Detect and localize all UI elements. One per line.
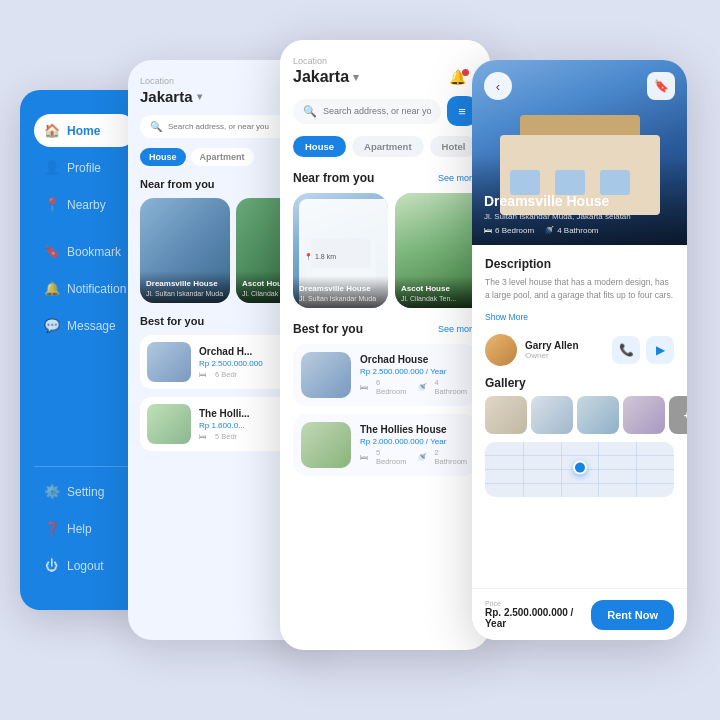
s3-near-card-2[interactable]: Ascot House Jl. Cilandak Ten... — [395, 193, 477, 308]
s3-chevron-icon: ▾ — [353, 71, 359, 84]
s4-gallery-title: Gallery — [485, 376, 674, 390]
s4-phone-button[interactable]: 📞 — [612, 336, 640, 364]
s4-house-window-1 — [510, 170, 540, 195]
logout-icon: ⏻ — [44, 558, 59, 573]
s4-gallery-grid: +5 — [485, 396, 674, 434]
s4-price-value: Rp. 2.500.000.000 / Year — [485, 607, 581, 629]
s3-near-header: Near from you See more — [293, 171, 477, 185]
s3-search-icon: 🔍 — [303, 105, 317, 118]
s3-pin-icon: 📍 — [304, 253, 313, 261]
s4-price-label: Price — [485, 600, 581, 607]
s4-house-name: Dreamsville House — [484, 193, 675, 210]
s3-near-title: Near from you — [293, 171, 374, 185]
s4-gallery-thumb-2[interactable] — [531, 396, 573, 434]
s4-footer: Price Rp. 2.500.000.000 / Year Rent Now — [472, 588, 687, 640]
s3-tab-hotel[interactable]: Hotel — [430, 136, 478, 157]
s4-back-button[interactable]: ‹ — [484, 72, 512, 100]
s3-best-item-2[interactable]: The Hollies House Rp 2.000.000.000 / Yea… — [293, 414, 477, 476]
s3-filter-tabs: House Apartment Hotel Villa — [293, 136, 477, 157]
sidebar-item-logout[interactable]: ⏻ Logout — [34, 549, 136, 582]
s3-bath-icon-1: 🚿 — [417, 383, 427, 392]
s4-map[interactable] — [485, 442, 674, 497]
sidebar-item-setting[interactable]: ⚙️ Setting — [34, 475, 136, 508]
screen-main-search: Location Jakarta ▾ 🔔 🔍 ≡ House Apartment… — [280, 40, 490, 650]
s2-bed-icon-2: 🛏 — [199, 432, 207, 441]
s4-spec-baths: 🚿 4 Bathroom — [544, 226, 598, 235]
s4-price-section: Price Rp. 2.500.000.000 / Year — [485, 600, 581, 629]
s3-best-img-1 — [301, 352, 351, 398]
app-scene: 🏠 Home 👤 Profile 📍 Nearby 🔖 Bookmark 🔔 N… — [20, 30, 700, 690]
s2-best-img-2 — [147, 404, 191, 444]
s4-owner-row: Garry Allen Owner 📞 ▶ — [485, 334, 674, 366]
s3-near-cards: 📍 1.8 km Dreamsville House Jl. Sultan Is… — [293, 193, 477, 308]
s4-hero: ‹ 🔖 Dreamsville House Jl. Sultan Iskanda… — [472, 60, 687, 245]
nearby-icon: 📍 — [44, 197, 59, 212]
setting-icon: ⚙️ — [44, 484, 59, 499]
screen-property-detail: ‹ 🔖 Dreamsville House Jl. Sultan Iskanda… — [472, 60, 687, 640]
s2-near-card-1[interactable]: Dreamsville House Jl. Sultan Iskandar Mu… — [140, 198, 230, 303]
bookmark-icon: 🔖 — [44, 244, 59, 259]
s3-near-card-2-overlay: Ascot House Jl. Cilandak Ten... — [395, 276, 477, 308]
s4-video-button[interactable]: ▶ — [646, 336, 674, 364]
sidebar-item-help[interactable]: ❓ Help — [34, 512, 136, 545]
s3-location-label: Location — [293, 56, 477, 66]
s2-tab-apartment[interactable]: Apartment — [191, 148, 254, 166]
s2-search-icon: 🔍 — [150, 121, 162, 132]
sidebar-item-notification[interactable]: 🔔 Notification — [34, 272, 136, 305]
s4-gallery-thumb-1[interactable] — [485, 396, 527, 434]
sidebar-item-nearby[interactable]: 📍 Nearby — [34, 188, 136, 221]
sidebar-item-bookmark[interactable]: 🔖 Bookmark — [34, 235, 136, 268]
s4-gallery-thumb-3[interactable] — [577, 396, 619, 434]
s4-bookmark-button[interactable]: 🔖 — [647, 72, 675, 100]
sidebar-item-profile[interactable]: 👤 Profile — [34, 151, 136, 184]
s4-desc-text: The 3 level house that has a modern desi… — [485, 276, 674, 302]
s4-house-window-2 — [555, 170, 585, 195]
s4-gallery-thumb-4[interactable] — [623, 396, 665, 434]
s4-body: Description The 3 level house that has a… — [472, 245, 687, 588]
s3-tab-apartment[interactable]: Apartment — [352, 136, 424, 157]
s2-best-info-1: Orchad H... Rp 2.500.000.000 🛏 6 Bedr — [199, 346, 263, 379]
s4-show-more[interactable]: Show More — [485, 312, 528, 322]
s3-search-input[interactable] — [323, 106, 431, 116]
s3-tab-house[interactable]: House — [293, 136, 346, 157]
s4-house-specs: 🛏 6 Bedroom 🚿 4 Bathroom — [484, 226, 675, 235]
s3-best-title: Best for you — [293, 322, 363, 336]
s4-bath-icon: 🚿 — [544, 226, 554, 235]
s4-owner-info: Garry Allen Owner — [525, 340, 579, 360]
s4-house-address: Jl. Sultan Iskandar Muda, Jakarta selata… — [484, 212, 675, 221]
s2-near-card-1-overlay: Dreamsville House Jl. Sultan Iskandar Mu… — [140, 271, 230, 303]
message-icon: 💬 — [44, 318, 59, 333]
s3-best-item-1[interactable]: Orchad House Rp 2.500.000.000 / Year 🛏 6… — [293, 344, 477, 406]
s3-search-bar[interactable]: 🔍 — [293, 99, 441, 124]
s2-best-info-2: The Holli... Rp 1.600.0... 🛏 5 Bedr — [199, 408, 250, 441]
s4-owner-actions: 📞 ▶ — [612, 336, 674, 364]
s2-tab-house[interactable]: House — [140, 148, 186, 166]
sidebar-bottom: ⚙️ Setting ❓ Help ⏻ Logout — [34, 458, 136, 586]
s3-best-header: Best for you See more — [293, 322, 477, 336]
s4-rent-button[interactable]: Rent Now — [591, 600, 674, 630]
sidebar-item-home[interactable]: 🏠 Home — [34, 114, 136, 147]
s4-hero-info: Dreamsville House Jl. Sultan Iskandar Mu… — [484, 193, 675, 235]
s4-bed-icon: 🛏 — [484, 226, 492, 235]
s4-desc-title: Description — [485, 257, 674, 271]
s4-gallery-more[interactable]: +5 — [669, 396, 687, 434]
s2-bed-icon: 🛏 — [199, 370, 207, 379]
s3-best-list: Orchad House Rp 2.500.000.000 / Year 🛏 6… — [293, 344, 477, 476]
s3-search-row: 🔍 ≡ — [293, 96, 477, 126]
s3-bed-icon-1: 🛏 — [360, 383, 368, 392]
s3-bed-icon-2: 🛏 — [360, 453, 368, 462]
sidebar-divider — [34, 466, 136, 467]
s3-near-card-1-overlay: Dreamsville House Jl. Sultan Iskandar Mu… — [293, 276, 388, 308]
s4-owner-avatar — [485, 334, 517, 366]
s2-location-value: Jakarta — [140, 88, 193, 105]
s4-spec-beds: 🛏 6 Bedroom — [484, 226, 534, 235]
s3-best-img-2 — [301, 422, 351, 468]
s3-bath-icon-2: 🚿 — [417, 453, 427, 462]
s3-location-row[interactable]: Jakarta ▾ 🔔 — [293, 68, 477, 86]
s2-chevron-icon: ▾ — [197, 91, 202, 102]
s3-near-card-1[interactable]: 📍 1.8 km Dreamsville House Jl. Sultan Is… — [293, 193, 388, 308]
s2-best-img-1 — [147, 342, 191, 382]
help-icon: ❓ — [44, 521, 59, 536]
sidebar-item-message[interactable]: 💬 Message — [34, 309, 136, 342]
home-icon: 🏠 — [44, 123, 59, 138]
